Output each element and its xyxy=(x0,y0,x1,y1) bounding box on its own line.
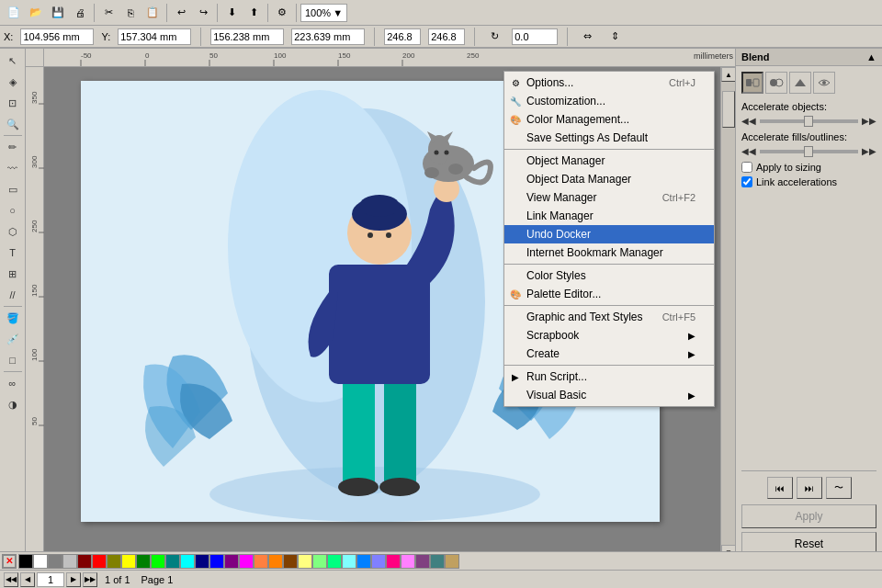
color-cell[interactable] xyxy=(180,554,195,569)
rect-tool[interactable]: ▭ xyxy=(3,179,23,199)
parallel-tool[interactable]: // xyxy=(3,285,23,305)
table-tool[interactable]: ⊞ xyxy=(3,264,23,284)
blend-icon-2[interactable] xyxy=(765,72,787,94)
menu-item-color-mgmt[interactable]: 🎨 Color Management... xyxy=(504,110,714,129)
color-cell[interactable] xyxy=(445,554,459,569)
zoom-tool[interactable]: 🔍 xyxy=(3,114,23,134)
color-cell[interactable] xyxy=(121,554,136,569)
color-cell[interactable] xyxy=(136,554,151,569)
outline-tool[interactable]: □ xyxy=(3,350,23,370)
y-input[interactable] xyxy=(118,28,191,45)
rotation-input[interactable] xyxy=(512,28,558,45)
rotation-btn[interactable]: ↻ xyxy=(484,27,504,47)
scrollbar-thumb-v[interactable] xyxy=(722,91,735,128)
color-cell[interactable] xyxy=(312,554,327,569)
select-tool[interactable]: ↖ xyxy=(3,51,23,71)
color-cell[interactable] xyxy=(165,554,180,569)
h-input[interactable] xyxy=(291,28,365,45)
mirror-v-btn[interactable]: ⇕ xyxy=(605,27,625,47)
undo-btn[interactable]: ↩ xyxy=(171,3,191,23)
acc-fill-right-arrow[interactable]: ▶▶ xyxy=(862,146,876,156)
menu-item-object-manager[interactable]: Object Manager xyxy=(504,152,714,170)
ellipse-tool[interactable]: ○ xyxy=(3,200,23,220)
menu-item-color-styles[interactable]: Color Styles xyxy=(504,266,714,285)
scrollbar-track-v[interactable] xyxy=(721,82,735,545)
no-fill-btn[interactable]: ✕ xyxy=(2,554,17,569)
scroll-up-btn[interactable]: ▲ xyxy=(721,67,735,82)
color-cell[interactable] xyxy=(107,554,121,569)
context-menu[interactable]: ⚙ Options... Ctrl+J 🔧 Customization... 🎨… xyxy=(503,71,715,407)
color-cell[interactable] xyxy=(62,554,77,569)
fill-tool[interactable]: 🪣 xyxy=(3,308,23,328)
export-btn[interactable]: ⬆ xyxy=(243,3,264,23)
color-cell[interactable] xyxy=(342,554,356,569)
color-cell[interactable] xyxy=(18,554,33,569)
color-cell[interactable] xyxy=(415,554,430,569)
freehand-tool[interactable]: ✏ xyxy=(3,137,23,157)
open-btn[interactable]: 📂 xyxy=(26,3,46,23)
redo-btn[interactable]: ↪ xyxy=(193,3,213,23)
color-cell[interactable] xyxy=(151,554,165,569)
shape-tool[interactable]: ◈ xyxy=(3,72,23,92)
transparency-tool[interactable]: ◑ xyxy=(3,394,23,414)
cut-btn[interactable]: ✂ xyxy=(98,3,119,23)
blend-tool[interactable]: ∞ xyxy=(3,373,23,393)
acc-obj-thumb[interactable] xyxy=(804,116,813,127)
color-cell[interactable] xyxy=(356,554,371,569)
menu-item-internet-bookmark[interactable]: Internet Bookmark Manager xyxy=(504,243,714,262)
page-number-input[interactable] xyxy=(37,572,64,587)
page-first-btn[interactable]: ◀◀ xyxy=(4,572,18,587)
acc-obj-right-arrow[interactable]: ▶▶ xyxy=(862,116,876,126)
menu-item-palette-editor[interactable]: 🎨 Palette Editor... xyxy=(504,285,714,303)
color-cell[interactable] xyxy=(224,554,239,569)
apply-to-sizing-checkbox[interactable] xyxy=(741,162,752,173)
page-next-btn[interactable]: ▶ xyxy=(66,572,81,587)
smart-draw-tool[interactable]: 〰 xyxy=(3,158,23,178)
color-cell[interactable] xyxy=(239,554,254,569)
new-btn[interactable]: 📄 xyxy=(4,3,24,23)
page-last-btn[interactable]: ▶▶ xyxy=(83,572,97,587)
w2-input[interactable] xyxy=(384,28,421,45)
menu-item-visual-basic[interactable]: Visual Basic ▶ xyxy=(504,386,714,404)
menu-item-save-settings[interactable]: Save Settings As Default xyxy=(504,129,714,147)
menu-item-create[interactable]: Create ▶ xyxy=(504,345,714,363)
color-cell[interactable] xyxy=(268,554,283,569)
color-cell[interactable] xyxy=(254,554,268,569)
menu-item-graphic-text[interactable]: Graphic and Text Styles Ctrl+F5 xyxy=(504,308,714,326)
color-cell[interactable] xyxy=(209,554,224,569)
menu-item-link-manager[interactable]: Link Manager xyxy=(504,207,714,225)
print-btn[interactable]: 🖨 xyxy=(70,3,90,23)
color-cell[interactable] xyxy=(386,554,401,569)
menu-item-customization[interactable]: 🔧 Customization... xyxy=(504,92,714,110)
color-cell[interactable] xyxy=(401,554,415,569)
save-btn[interactable]: 💾 xyxy=(48,3,68,23)
color-cell[interactable] xyxy=(77,554,92,569)
page-prev-btn[interactable]: ◀ xyxy=(20,572,35,587)
options-btn[interactable]: ⚙ xyxy=(272,3,292,23)
crop-tool[interactable]: ⊡ xyxy=(3,93,23,113)
eyedropper-tool[interactable]: 💉 xyxy=(3,329,23,349)
copy-btn[interactable]: ⎘ xyxy=(120,3,141,23)
acc-fill-track[interactable] xyxy=(760,150,858,153)
acc-fill-thumb[interactable] xyxy=(804,146,813,157)
h2-input[interactable] xyxy=(428,28,465,45)
blend-first-btn[interactable]: ⏮ xyxy=(767,477,793,499)
menu-item-view-manager[interactable]: View Manager Ctrl+F2 xyxy=(504,188,714,207)
color-cell[interactable] xyxy=(92,554,107,569)
blend-curve-btn[interactable]: 〜 xyxy=(826,477,852,499)
blend-icon-3[interactable] xyxy=(789,72,811,94)
polygon-tool[interactable]: ⬡ xyxy=(3,221,23,242)
x-input[interactable] xyxy=(20,28,94,45)
acc-obj-track[interactable] xyxy=(760,119,858,123)
color-cell[interactable] xyxy=(195,554,209,569)
w-input[interactable] xyxy=(210,28,284,45)
mirror-h-btn[interactable]: ⇔ xyxy=(577,27,597,47)
text-tool[interactable]: T xyxy=(3,243,23,263)
menu-item-undo-docker[interactable]: Undo Docker xyxy=(504,225,714,243)
canvas-area[interactable]: ⚙ Options... Ctrl+J 🔧 Customization... 🎨… xyxy=(44,67,720,560)
menu-item-options[interactable]: ⚙ Options... Ctrl+J xyxy=(504,74,714,92)
color-cell[interactable] xyxy=(48,554,62,569)
paste-btn[interactable]: 📋 xyxy=(142,3,163,23)
color-cell[interactable] xyxy=(33,554,48,569)
apply-button[interactable]: Apply xyxy=(741,504,876,528)
